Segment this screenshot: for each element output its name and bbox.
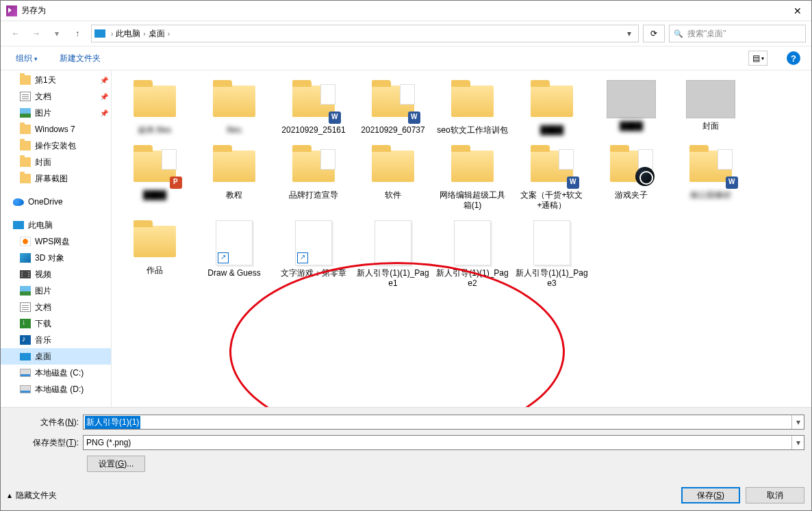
chevron-down-icon[interactable]: [791, 415, 804, 429]
sidebar-item[interactable]: 文档: [1, 299, 111, 315]
nav-forward-button[interactable]: [27, 24, 46, 43]
sidebar-item[interactable]: 屏幕截图: [1, 170, 111, 187]
file-item[interactable]: 文字游戏：第零章: [276, 218, 351, 291]
sidebar-item[interactable]: 此电脑: [1, 217, 111, 233]
breadcrumb[interactable]: › 此电脑 › 桌面 ›: [91, 25, 639, 42]
file-item[interactable]: Draw & Guess: [196, 218, 272, 291]
thumbnail: [130, 80, 179, 122]
sidebar-item[interactable]: 操作安装包: [1, 137, 111, 154]
sidebar-item[interactable]: 文档📌: [1, 88, 111, 105]
file-label: seo软文工作培训包: [437, 125, 507, 135]
file-label: 文案（干货+软文+通稿）: [516, 190, 588, 211]
help-button[interactable]: ?: [787, 51, 800, 65]
nav-back-button[interactable]: [6, 24, 25, 43]
sidebar-item[interactable]: 图片: [1, 283, 111, 299]
file-item[interactable]: 新人引导(1)(1)_Page2: [435, 218, 510, 291]
nav-up-button[interactable]: [68, 24, 87, 43]
file-item[interactable]: 封面: [673, 77, 748, 138]
settings-button[interactable]: 设置(G)...: [87, 456, 145, 472]
file-item[interactable]: 网络编辑超级工具箱(1): [435, 142, 510, 213]
file-item[interactable]: 游戏夹子: [594, 142, 669, 213]
file-item[interactable]: 软件: [355, 142, 431, 213]
search-input[interactable]: 搜索"桌面": [669, 25, 806, 42]
sidebar-item[interactable]: 第1天📌: [1, 72, 111, 88]
breadcrumb-item[interactable]: 桌面: [149, 28, 165, 40]
close-icon[interactable]: [789, 5, 806, 16]
file-item[interactable]: 20210929_25161: [276, 77, 351, 138]
refresh-button[interactable]: [643, 25, 665, 42]
breadcrumb-item[interactable]: 此电脑: [116, 28, 140, 40]
file-label: 南公园修好: [690, 190, 731, 200]
file-item[interactable]: 南公园修好: [673, 142, 748, 213]
hide-folders-toggle[interactable]: 隐藏文件夹: [8, 490, 57, 501]
sidebar-item[interactable]: 3D 对象: [1, 250, 111, 266]
file-item[interactable]: 教程: [196, 142, 272, 213]
sidebar-item[interactable]: 视频: [1, 266, 111, 283]
sidebar-item-label: 文档: [35, 91, 51, 103]
window-title: 另存为: [21, 5, 789, 16]
folder-icon: [20, 125, 31, 134]
file-item[interactable]: 作品: [117, 218, 192, 291]
sidebar-item-label: 此电脑: [28, 220, 53, 231]
file-item[interactable]: ████: [514, 77, 589, 138]
sidebar-item[interactable]: 下载: [1, 315, 111, 332]
sidebar-item[interactable]: 桌面: [1, 348, 111, 365]
new-folder-button[interactable]: 新建文件夹: [55, 51, 105, 66]
file-item[interactable]: 新人引导(1)(1)_Page3: [514, 218, 589, 291]
file-item[interactable]: 副本.files: [117, 77, 192, 138]
file-item[interactable]: ████: [594, 77, 669, 138]
sidebar-item-label: 本地磁盘 (D:): [35, 384, 84, 395]
file-item[interactable]: 品牌打造宣导: [276, 142, 351, 213]
folder-icon: [20, 141, 31, 150]
pin-icon: 📌: [100, 77, 108, 84]
file-label: 作品: [147, 265, 163, 276]
sidebar-item[interactable]: 封面: [1, 154, 111, 170]
thumbnail: [289, 145, 338, 187]
video-icon: [20, 270, 31, 278]
thumbnail: [527, 80, 576, 122]
sidebar-item-label: WPS网盘: [35, 236, 70, 248]
file-label: 游戏夹子: [615, 190, 648, 200]
search-placeholder: 搜索"桌面": [687, 28, 726, 40]
sidebar-item[interactable]: 本地磁盘 (D:): [1, 381, 111, 397]
folder-icon: [20, 75, 31, 85]
sidebar-item[interactable]: WPS网盘: [1, 233, 111, 250]
view-button[interactable]: [748, 51, 767, 66]
sidebar-item[interactable]: OneDrive: [1, 194, 111, 210]
filename-input[interactable]: 新人引导(1)(1): [83, 415, 804, 430]
thumbnail: [448, 80, 497, 122]
file-item[interactable]: 文案（干货+软文+通稿）: [514, 142, 589, 213]
thumbnail: [368, 145, 418, 187]
file-item[interactable]: files: [196, 77, 272, 138]
footer: 隐藏文件夹 保存(S) 取消: [1, 480, 811, 510]
file-label: 新人引导(1)(1)_Page3: [516, 268, 588, 289]
organize-button[interactable]: 组织: [12, 51, 42, 66]
file-label: ████: [143, 190, 166, 200]
toolbar: 组织 新建文件夹 ?: [1, 46, 811, 70]
chevron-down-icon[interactable]: [791, 436, 804, 449]
desktop-icon: [20, 353, 31, 361]
thumbnail: [607, 145, 656, 187]
sidebar-item[interactable]: 音乐: [1, 332, 111, 348]
sidebar-item-label: 桌面: [35, 351, 51, 363]
file-label: 副本.files: [138, 125, 172, 135]
file-item[interactable]: seo软文工作培训包: [435, 77, 510, 138]
sidebar-item[interactable]: 图片📌: [1, 105, 111, 121]
save-button[interactable]: 保存(S): [681, 487, 740, 503]
cancel-button[interactable]: 取消: [746, 487, 804, 503]
file-label: 网络编辑超级工具箱(1): [436, 190, 509, 211]
thumbnail: [454, 220, 491, 265]
sidebar-item[interactable]: Windows 7: [1, 121, 111, 137]
file-item[interactable]: ████: [117, 142, 192, 213]
file-item[interactable]: 20210929_60737: [355, 77, 431, 138]
sidebar-item-label: 音乐: [35, 335, 51, 346]
breadcrumb-dropdown[interactable]: [623, 29, 635, 38]
sidebar-item[interactable]: 本地磁盘 (C:): [1, 365, 111, 381]
nav-history-button[interactable]: [47, 24, 66, 43]
thumbnail: [216, 220, 253, 265]
file-item[interactable]: 新人引导(1)(1)_Page1: [355, 218, 431, 291]
filetype-select[interactable]: PNG (*.png): [83, 435, 804, 450]
save-panel: 文件名(N): 新人引导(1)(1) 保存类型(T): PNG (*.png) …: [1, 407, 811, 480]
sidebar-item-label: 图片: [35, 285, 51, 297]
sidebar-item-label: OneDrive: [28, 197, 63, 207]
